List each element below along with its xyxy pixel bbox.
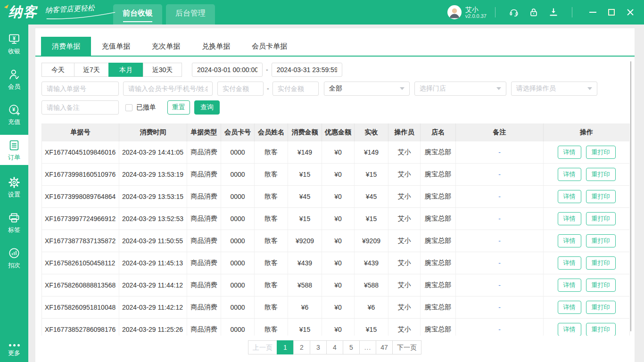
table-header-cell: 单据号 bbox=[42, 123, 119, 141]
sidebar-item-cashier[interactable]: ¥ 收银 bbox=[0, 31, 28, 57]
pagination-page-5[interactable]: 5 bbox=[343, 340, 360, 354]
operator-select[interactable]: 请选择操作员 bbox=[511, 82, 597, 96]
reprint-button[interactable]: 重打印 bbox=[586, 146, 616, 159]
tab-document-4[interactable]: 会员卡单据 bbox=[241, 37, 298, 56]
remark-input[interactable] bbox=[41, 100, 119, 115]
table-header-cell: 会员姓名 bbox=[255, 123, 288, 141]
nav-tab-back-office-admin[interactable]: 后台管理 bbox=[166, 4, 215, 25]
nav-tab-front-desk-cashier[interactable]: 前台收银 bbox=[113, 4, 162, 25]
cell-type: 商品消费 bbox=[187, 141, 221, 163]
pagination-page-47[interactable]: 47 bbox=[376, 340, 393, 354]
sidebar-item-recharge[interactable]: ¥ 充值 bbox=[0, 101, 28, 128]
sidebar-item-orders[interactable]: 订单 bbox=[0, 135, 28, 165]
detail-button[interactable]: 详情 bbox=[558, 256, 581, 270]
cell-remark: - bbox=[456, 274, 544, 296]
cell-no: XF16758260888813568 bbox=[42, 274, 119, 296]
tab-document-1[interactable]: 充值单据 bbox=[91, 37, 141, 56]
amount-separator: - bbox=[267, 85, 269, 92]
cancelled-checkbox-wrap[interactable]: 已撤单 bbox=[125, 103, 156, 112]
search-button[interactable]: 查询 bbox=[194, 100, 220, 115]
quick-range-0[interactable]: 今天 bbox=[41, 63, 74, 77]
chevron-down-icon bbox=[496, 87, 501, 90]
cell-actions: 详情重打印 bbox=[544, 319, 629, 336]
cell-amount: ¥15 bbox=[288, 208, 322, 230]
reprint-button[interactable]: 重打印 bbox=[586, 212, 616, 225]
reprint-button[interactable]: 重打印 bbox=[586, 323, 616, 336]
table-row: XF167582610504581122024-03-29 11:45:13商品… bbox=[42, 252, 629, 274]
svg-text:¥: ¥ bbox=[13, 35, 16, 41]
detail-button[interactable]: 详情 bbox=[558, 279, 581, 292]
type-select[interactable]: 全部 bbox=[324, 82, 410, 96]
sidebar-item-label: 订单 bbox=[8, 153, 20, 162]
avatar[interactable] bbox=[447, 5, 462, 19]
reprint-button[interactable]: 重打印 bbox=[586, 279, 616, 292]
quick-range-group: 今天近7天本月近30天 bbox=[41, 63, 182, 77]
detail-button[interactable]: 详情 bbox=[558, 301, 581, 314]
close-button[interactable] bbox=[623, 5, 637, 19]
cell-time: 2024-03-29 13:52:53 bbox=[119, 208, 187, 230]
top-nav-tabs: 前台收银后台管理 bbox=[113, 4, 215, 25]
amount-max-input[interactable] bbox=[272, 82, 319, 96]
detail-button[interactable]: 详情 bbox=[558, 234, 581, 247]
pagination-page-1[interactable]: 1 bbox=[277, 340, 294, 354]
tab-document-2[interactable]: 充次单据 bbox=[141, 37, 191, 56]
reprint-button[interactable]: 重打印 bbox=[586, 168, 616, 181]
order-no-input[interactable] bbox=[41, 82, 119, 96]
sidebar-item-deduct[interactable]: 扣次 bbox=[0, 245, 28, 271]
date-from-input[interactable] bbox=[192, 63, 263, 77]
cell-type: 商品消费 bbox=[187, 208, 221, 230]
date-to-input[interactable] bbox=[272, 63, 342, 77]
detail-button[interactable]: 详情 bbox=[558, 146, 581, 159]
pagination-ellipsis[interactable]: ... bbox=[359, 340, 376, 354]
quick-range-2[interactable]: 本月 bbox=[108, 63, 143, 77]
reprint-button[interactable]: 重打印 bbox=[586, 190, 616, 203]
cell-actions: 详情重打印 bbox=[544, 252, 629, 274]
reset-button[interactable]: 重置 bbox=[167, 100, 190, 115]
minimize-button[interactable] bbox=[586, 5, 600, 19]
deduct-count-icon bbox=[8, 247, 21, 260]
cell-card: 0000 bbox=[221, 141, 255, 163]
reprint-button[interactable]: 重打印 bbox=[586, 301, 616, 314]
reprint-button[interactable]: 重打印 bbox=[586, 234, 616, 247]
cell-type: 商品消费 bbox=[187, 319, 221, 336]
logo-accent bbox=[4, 3, 9, 8]
detail-button[interactable]: 详情 bbox=[558, 168, 581, 181]
cell-store: 腕宝总部 bbox=[421, 208, 456, 230]
cell-remark: - bbox=[456, 230, 544, 252]
cell-operator: 艾小 bbox=[388, 274, 421, 296]
pagination-page-4[interactable]: 4 bbox=[326, 340, 343, 354]
sidebar-item-settings[interactable]: 设置 bbox=[0, 174, 28, 200]
app-slogan: 纳客管店更轻松 bbox=[45, 2, 116, 20]
cell-amount: ¥149 bbox=[288, 141, 322, 163]
sidebar-item-member[interactable]: 会员 bbox=[0, 66, 28, 92]
sidebar-item-label[interactable]: 标签 bbox=[0, 209, 28, 236]
table-scrollbar[interactable] bbox=[630, 61, 631, 331]
store-select[interactable]: 选择门店 bbox=[414, 82, 506, 96]
cell-no: XF16773997724966912 bbox=[42, 208, 119, 230]
lock-icon[interactable] bbox=[528, 7, 539, 17]
tab-document-0[interactable]: 消费单据 bbox=[41, 37, 91, 56]
amount-min-input[interactable] bbox=[217, 82, 264, 96]
tab-document-3[interactable]: 兑换单据 bbox=[191, 37, 241, 56]
detail-button[interactable]: 详情 bbox=[558, 323, 581, 336]
cell-type: 商品消费 bbox=[187, 274, 221, 296]
pagination-page-2[interactable]: 2 bbox=[293, 340, 310, 354]
detail-button[interactable]: 详情 bbox=[558, 190, 581, 203]
pagination-prev[interactable]: 上一页 bbox=[248, 340, 277, 354]
customer-service-icon[interactable] bbox=[509, 7, 519, 17]
pagination-next[interactable]: 下一页 bbox=[392, 340, 421, 354]
user-info[interactable]: 艾小 v2.0.0.37 bbox=[465, 6, 487, 19]
quick-range-1[interactable]: 近7天 bbox=[74, 63, 109, 77]
download-icon[interactable] bbox=[548, 7, 559, 17]
reprint-button[interactable]: 重打印 bbox=[586, 256, 616, 270]
cancelled-checkbox[interactable] bbox=[125, 104, 132, 111]
app-window: 纳客 纳客管店更轻松 前台收银后台管理 艾小 v2.0.0.37 bbox=[0, 0, 644, 362]
detail-button[interactable]: 详情 bbox=[558, 212, 581, 225]
cell-store: 腕宝总部 bbox=[421, 141, 456, 163]
quick-range-3[interactable]: 近30天 bbox=[143, 63, 182, 77]
pagination-page-3[interactable]: 3 bbox=[310, 340, 327, 354]
member-search-input[interactable] bbox=[123, 82, 213, 96]
sidebar-item-more[interactable]: 更多 bbox=[0, 344, 28, 357]
maximize-button[interactable] bbox=[604, 5, 619, 19]
cell-store: 腕宝总部 bbox=[421, 164, 456, 185]
